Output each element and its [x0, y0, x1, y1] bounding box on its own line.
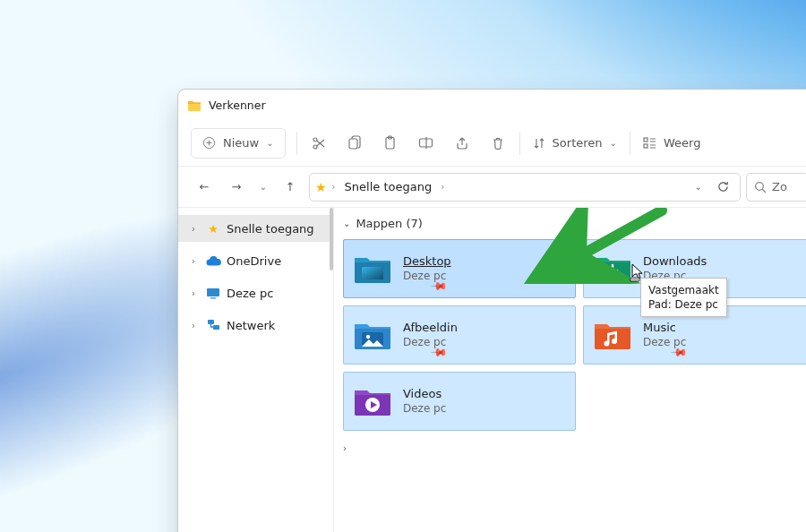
refresh-button[interactable]: [711, 180, 734, 193]
monitor-icon: [205, 287, 221, 299]
view-icon: [643, 137, 656, 149]
up-button[interactable]: ↑: [277, 174, 304, 201]
chevron-down-icon: ⌄: [266, 138, 273, 148]
new-button-label: Nieuw: [223, 136, 259, 150]
desktop-folder-icon: [353, 249, 392, 288]
chevron-right-icon: ›: [187, 256, 200, 266]
file-explorer-window: Verkenner Nieuw ⌄: [177, 89, 806, 532]
folder-name: Downloads: [643, 254, 707, 269]
folder-tile-desktop[interactable]: Desktop Deze pc 📌: [343, 239, 576, 298]
chevron-right-icon: ›: [330, 182, 338, 192]
sort-button-label: Sorteren: [553, 136, 603, 150]
svg-rect-3: [349, 139, 357, 149]
toolbar-separator: [630, 132, 630, 155]
plus-circle-icon: [202, 136, 216, 150]
search-icon: [754, 181, 767, 193]
section-header-recent[interactable]: ›: [343, 443, 806, 453]
sidebar-item-quick-access[interactable]: › ★ Snelle toegang: [178, 215, 333, 242]
folder-tile-videos[interactable]: Videos Deze pc: [343, 372, 576, 431]
chevron-right-icon: ›: [343, 443, 347, 453]
sidebar-item-network[interactable]: › Netwerk: [178, 312, 333, 339]
folder-name: Music: [643, 321, 686, 335]
address-bar[interactable]: ★ › Snelle toegang › ⌄: [309, 173, 741, 202]
scrollbar[interactable]: [330, 208, 333, 270]
folder-location: Deze pc: [403, 336, 458, 349]
star-icon: ★: [315, 180, 327, 194]
pictures-folder-icon: [353, 315, 392, 355]
search-box[interactable]: Zo: [746, 173, 806, 202]
sidebar-item-label: OneDrive: [227, 254, 281, 268]
svg-rect-13: [213, 325, 219, 330]
clipboard-icon: [383, 135, 397, 150]
arrow-up-icon: ↑: [286, 180, 296, 193]
sidebar-item-onedrive[interactable]: › OneDrive: [178, 247, 333, 274]
search-placeholder: Zo: [772, 180, 787, 193]
sidebar-item-label: Deze pc: [227, 287, 273, 300]
svg-rect-15: [362, 267, 383, 279]
view-button[interactable]: Weerg: [634, 128, 709, 159]
chevron-right-icon: ›: [187, 288, 200, 298]
tooltip: Vastgemaakt Pad: Deze pc: [640, 278, 727, 317]
share-icon: [455, 136, 469, 150]
folder-name: Afbeeldin: [403, 321, 458, 335]
folder-name: Videos: [403, 387, 446, 401]
new-button[interactable]: Nieuw ⌄: [191, 128, 286, 159]
music-folder-icon: [593, 315, 632, 355]
arrow-left-icon: ←: [200, 180, 210, 193]
share-button[interactable]: [444, 128, 480, 159]
sort-button[interactable]: Sorteren ⌄: [524, 128, 626, 159]
sidebar-item-label: Netwerk: [227, 319, 275, 332]
chevron-down-icon: ⌄: [610, 138, 617, 148]
chevron-right-icon: ›: [187, 321, 200, 330]
videos-folder-icon: [353, 382, 392, 421]
breadcrumb[interactable]: Snelle toegang: [341, 180, 436, 193]
explorer-icon: [187, 99, 202, 112]
cut-button[interactable]: [301, 128, 337, 159]
trash-icon: [492, 136, 504, 150]
history-dropdown[interactable]: ⌄: [255, 174, 271, 201]
folders-grid: Desktop Deze pc 📌 Downloads Deze pc 📌: [343, 239, 806, 431]
navigation-pane: › ★ Snelle toegang › OneDrive › Deze pc: [178, 208, 334, 532]
svg-rect-8: [644, 144, 647, 148]
svg-rect-10: [207, 288, 219, 296]
toolbar-separator: [296, 132, 297, 155]
toolbar-separator: [519, 132, 520, 155]
svg-rect-12: [208, 320, 214, 324]
svg-rect-11: [210, 297, 216, 299]
section-header-folders[interactable]: ⌄ Mappen (7): [343, 217, 806, 230]
folder-location: Deze pc: [403, 402, 446, 416]
section-label: Mappen (7): [356, 217, 422, 230]
delete-button[interactable]: [480, 128, 516, 159]
address-row: ← → ⌄ ↑ ★ › Snelle toegang › ⌄ Zo: [178, 167, 806, 208]
arrow-right-icon: →: [232, 180, 242, 193]
chevron-right-icon: ›: [187, 224, 200, 234]
svg-rect-7: [644, 138, 647, 142]
titlebar[interactable]: Verkenner: [178, 90, 806, 120]
content-pane: ⌄ Mappen (7) Desktop Deze pc 📌: [334, 208, 806, 532]
paste-button[interactable]: [373, 128, 408, 159]
scissors-icon: [312, 136, 326, 150]
star-icon: ★: [205, 222, 221, 236]
rename-button[interactable]: [408, 128, 444, 159]
forward-button[interactable]: →: [223, 174, 250, 201]
folder-name: Desktop: [403, 254, 451, 269]
back-button[interactable]: ←: [191, 174, 218, 201]
window-title: Verkenner: [209, 99, 266, 112]
network-icon: [205, 319, 221, 331]
chevron-down-icon: ⌄: [343, 219, 350, 228]
sidebar-item-this-pc[interactable]: › Deze pc: [178, 279, 333, 306]
svg-point-17: [366, 335, 370, 339]
downloads-folder-icon: [593, 249, 632, 288]
view-button-label: Weerg: [664, 136, 700, 150]
rename-icon: [418, 136, 433, 150]
chevron-down-icon: ⌄: [260, 182, 267, 192]
cloud-icon: [205, 256, 221, 266]
command-bar: Nieuw ⌄: [178, 120, 806, 167]
sidebar-item-label: Snelle toegang: [227, 222, 314, 236]
svg-point-9: [756, 182, 764, 190]
folder-tile-pictures[interactable]: Afbeeldin Deze pc 📌: [343, 305, 576, 365]
copy-button[interactable]: [337, 128, 373, 159]
copy-icon: [347, 135, 361, 150]
sort-icon: [533, 137, 545, 150]
address-dropdown[interactable]: ⌄: [690, 182, 707, 192]
